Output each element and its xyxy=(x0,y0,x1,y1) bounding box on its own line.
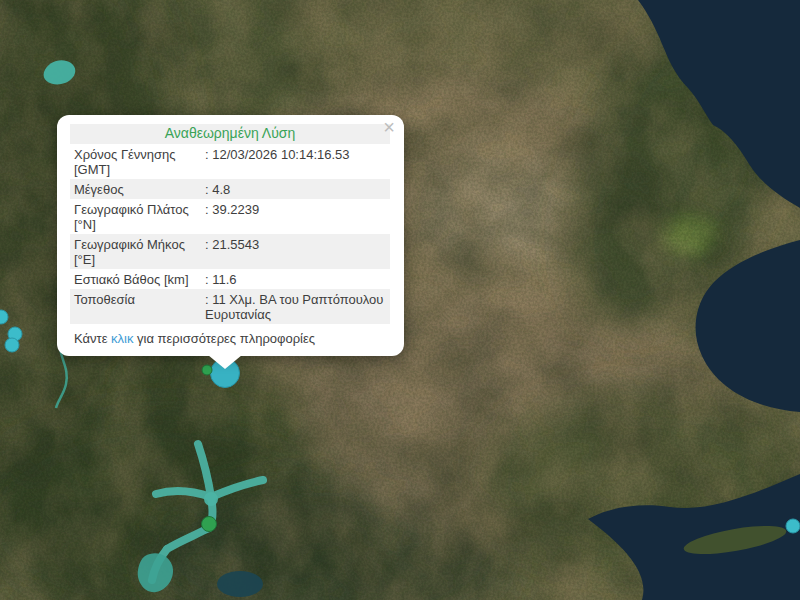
row-value: : 4.8 xyxy=(205,179,390,199)
row-latitude: Γεωγραφικό Πλάτος [°N] : 39.2239 xyxy=(70,199,390,234)
popup-title: Αναθεωρημένη Λύση xyxy=(70,124,390,144)
row-label: Χρόνος Γέννησης [GMT] xyxy=(70,144,205,179)
more-info-link[interactable]: κλικ xyxy=(111,331,133,346)
popup-footer: Κάντε κλικ για περισσότερες πληροφορίες xyxy=(70,329,390,346)
earthquake-marker[interactable] xyxy=(0,310,9,325)
row-origin-time: Χρόνος Γέννησης [GMT] : 12/03/2026 10:14… xyxy=(70,144,390,179)
row-label: Μέγεθος xyxy=(70,179,205,199)
row-value: : 21.5543 xyxy=(205,234,390,269)
row-value: : 39.2239 xyxy=(205,199,390,234)
close-icon[interactable]: × xyxy=(383,117,395,137)
map-viewport: × Αναθεωρημένη Λύση Χρόνος Γέννησης [GMT… xyxy=(0,0,800,600)
row-depth: Εστιακό Βάθος [km] : 11.6 xyxy=(70,269,390,289)
row-value: : 11.6 xyxy=(205,269,390,289)
row-label: Γεωγραφικό Μήκος [°E] xyxy=(70,234,205,269)
row-value: : 12/03/2026 10:14:16.53 xyxy=(205,144,390,179)
earthquake-marker[interactable] xyxy=(201,516,217,532)
row-magnitude: Μέγεθος : 4.8 xyxy=(70,179,390,199)
earthquake-marker[interactable] xyxy=(5,338,20,353)
row-location: Τοποθεσία : 11 Χλμ. ΒΑ του Ραπτόπουλου Ε… xyxy=(70,289,390,324)
row-longitude: Γεωγραφικό Μήκος [°E] : 21.5543 xyxy=(70,234,390,269)
footer-text: Κάντε xyxy=(74,331,111,346)
footer-text: για περισσότερες πληροφορίες xyxy=(133,331,315,346)
row-label: Γεωγραφικό Πλάτος [°N] xyxy=(70,199,205,234)
row-label: Τοποθεσία xyxy=(70,289,205,324)
row-label: Εστιακό Βάθος [km] xyxy=(70,269,205,289)
earthquake-marker[interactable] xyxy=(786,519,800,534)
popup-tail xyxy=(208,355,242,369)
row-value: : 11 Χλμ. ΒΑ του Ραπτόπουλου Ευρυτανίας xyxy=(205,289,390,324)
popup-content: Αναθεωρημένη Λύση Χρόνος Γέννησης [GMT] … xyxy=(57,115,404,356)
earthquake-popup: × Αναθεωρημένη Λύση Χρόνος Γέννησης [GMT… xyxy=(57,115,404,356)
